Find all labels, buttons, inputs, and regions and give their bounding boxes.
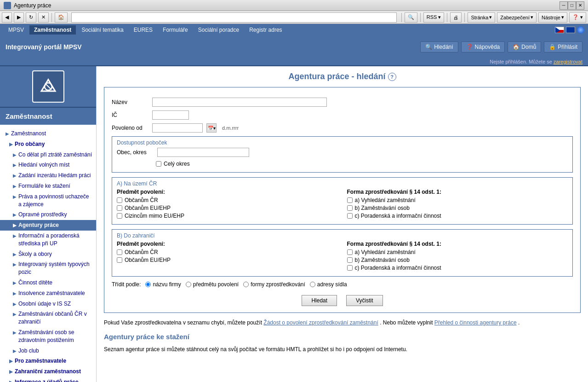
a-f3-checkbox[interactable]: [347, 213, 353, 219]
sidebar-item-label: Zadání inzerátu Hledám práci: [18, 172, 91, 179]
cely-okres-checkbox[interactable]: [156, 161, 161, 167]
page-menu-button[interactable]: Stránka ▾: [468, 12, 495, 23]
sort-predmet-radio[interactable]: [186, 282, 191, 287]
sidebar-item-co-delat[interactable]: ▶ Co dělat při ztrátě zaměstnání: [0, 150, 96, 160]
a-f2-checkbox[interactable]: [347, 205, 353, 211]
sidebar-item-integrovany[interactable]: ▶ Integrovaný systém typových pozic: [0, 259, 96, 278]
sidebar-item-informacni[interactable]: ▶ Informační a poradenská střediska při …: [0, 231, 96, 249]
b-f1-checkbox[interactable]: [347, 249, 353, 255]
sidebar-item-opravne[interactable]: ▶ Opravné prostředky: [0, 209, 96, 220]
back-button[interactable]: ◀: [2, 12, 12, 23]
minimize-button[interactable]: ─: [559, 1, 568, 10]
nazev-input[interactable]: [152, 98, 327, 107]
sidebar-item-formulare[interactable]: ▶ Formuláře ke stažení: [0, 181, 96, 191]
a-ob-eu-checkbox[interactable]: [117, 205, 122, 211]
register-link[interactable]: zaregistrovat: [554, 59, 582, 64]
nav-formulare[interactable]: Formuláře: [158, 25, 193, 35]
b-f3-checkbox[interactable]: [347, 265, 353, 271]
sidebar-item-zahranicni[interactable]: ▶ Zahraniční zaměstnanost: [0, 366, 96, 377]
home-action-button[interactable]: 🏠 Domů: [508, 41, 541, 52]
restore-button[interactable]: □: [568, 1, 576, 10]
sidebar-logo-area: [0, 66, 96, 108]
forward-button[interactable]: ▶: [14, 12, 24, 23]
sidebar-item-pro-zamest[interactable]: ▶ Pro zaměstnavatele: [0, 356, 96, 366]
prehled-link[interactable]: Přehled o činnosti agentury práce: [434, 319, 517, 326]
sidebar-item-osobni-udaje[interactable]: ▶ Osobní údaje v IS SZ: [0, 299, 96, 309]
rss-button[interactable]: RSS ▾: [423, 12, 445, 23]
nav-zamestnanost[interactable]: Zaměstnanost: [29, 25, 76, 35]
address-bar[interactable]: [71, 12, 397, 23]
sidebar-item-hledani[interactable]: ▶ Hledání volných míst: [0, 160, 96, 170]
arrow-icon: ▶: [9, 369, 13, 375]
cely-okres-row: Celý okres: [117, 161, 568, 167]
sidebar-item-zamestnanost[interactable]: ▶ Zaměstnanost: [0, 128, 96, 139]
zadost-link[interactable]: Žádost o povolení zprostředkování zaměst…: [263, 319, 378, 326]
a-ob-cr-checkbox[interactable]: [117, 197, 122, 203]
sidebar-item-cinnost-ditete[interactable]: ▶ Činnost dítěte: [0, 278, 96, 288]
header-bar: Integrovaný portál MPSV 🔍 Hledání ❓ Nápo…: [0, 36, 588, 58]
sidebar-item-zadani[interactable]: ▶ Zadání inzerátu Hledám práci: [0, 170, 96, 181]
flag-english[interactable]: [566, 27, 575, 33]
sidebar-item-insolvence[interactable]: ▶ Insolvence zaměstnavatele: [0, 288, 96, 299]
nav-eures[interactable]: EURES: [129, 25, 157, 35]
login-action-button[interactable]: 🔒 Přihlásit: [544, 41, 582, 52]
help-action-button[interactable]: ❓ Nápověda: [461, 41, 505, 52]
a-f2-label: b) Zaměstnávání osob: [355, 205, 410, 211]
close-button[interactable]: ✕: [576, 1, 584, 10]
sidebar-item-job-club[interactable]: ▶ Job club: [0, 346, 96, 356]
forma-label-a: Forma zprostředkování § 14 odst. 1:: [347, 189, 568, 195]
refresh-button[interactable]: ↻: [26, 12, 36, 23]
sort-forma-radio[interactable]: [243, 282, 249, 287]
print-button[interactable]: 🖨: [450, 12, 462, 23]
help-browser-button[interactable]: ❓ ▾: [569, 12, 586, 23]
dostupnost-fieldset: Dostupnost poboček Obec, okres Celý okre…: [112, 136, 573, 173]
hledat-button[interactable]: Hledat: [302, 295, 337, 306]
sidebar-item-skoly[interactable]: ▶ Školy a obory: [0, 249, 96, 260]
a-ciz-checkbox[interactable]: [117, 213, 122, 219]
nav-socialni-poradce[interactable]: Sociální poradce: [194, 25, 244, 35]
a-ciz-label: Cizincům mimo EU/EHP: [125, 213, 184, 219]
a-f1-checkbox[interactable]: [347, 197, 353, 203]
security-menu-button[interactable]: Zabezpečení ▾: [497, 12, 537, 23]
page-title: Agentura práce - hledání ?: [104, 72, 581, 81]
sidebar-item-label: Zaměstnávání osob se zdravotním postižen…: [18, 329, 92, 344]
sort-nazev-radio[interactable]: [145, 282, 151, 287]
search-browser-button[interactable]: 🔍: [405, 12, 417, 23]
flag-czech[interactable]: [555, 27, 564, 33]
calendar-button[interactable]: 📅▾: [206, 123, 217, 133]
sort-adresa-radio[interactable]: [310, 282, 315, 287]
page-help-icon[interactable]: ?: [388, 73, 396, 81]
home-browser-button[interactable]: 🏠: [55, 12, 68, 23]
search-action-button[interactable]: 🔍 Hledání: [420, 41, 458, 52]
nav-socialni[interactable]: Sociální tematika: [77, 25, 128, 35]
nav-registr[interactable]: Registr adres: [245, 25, 286, 35]
b-ob-cr-row: Občanům ČR: [117, 249, 338, 255]
nav-mpsv[interactable]: MPSV: [4, 25, 29, 35]
sort-forma-label: formy zprostředkování: [251, 281, 305, 288]
sidebar-item-agentury[interactable]: ▶ Agentury práce: [0, 220, 96, 231]
sidebar-item-prava[interactable]: ▶ Práva a povinnosti uchazeče a zájemce: [0, 191, 96, 210]
arrow-icon: ▶: [6, 131, 9, 137]
sidebar-item-label: Insolvence zaměstnavatele: [18, 289, 85, 297]
b-ob-eu-checkbox[interactable]: [117, 257, 122, 263]
b-f2-checkbox[interactable]: [347, 257, 353, 263]
predmet-label-a: Předmět povolení:: [117, 189, 338, 195]
sidebar-nav: ▶ Zaměstnanost ▶ Pro občany ▶ Co dělat p…: [0, 127, 96, 382]
obec-okres-input[interactable]: [157, 148, 249, 157]
sidebar-item-informace[interactable]: ▶ Informace z úřadů práce: [0, 377, 96, 382]
stop-button[interactable]: ✕: [38, 12, 49, 23]
povoleno-od-input[interactable]: [152, 123, 203, 133]
b-f2-label: b) Zaměstnávání osob: [355, 257, 410, 263]
sidebar-item-zamestnani-cr[interactable]: ▶ Zaměstnávání občanů ČR v zahraničí: [0, 309, 96, 327]
a-ob-eu-label: Občanům EU/EHP: [125, 205, 171, 211]
ic-input[interactable]: [152, 110, 189, 120]
ic-row: IČ: [112, 110, 573, 120]
sidebar-item-pro-obcany[interactable]: ▶ Pro občany: [0, 139, 96, 150]
vycistit-button[interactable]: Vyčistit: [346, 295, 383, 306]
flag-globe[interactable]: [577, 26, 584, 34]
b-ob-cr-checkbox[interactable]: [117, 249, 122, 255]
sidebar-item-zdravotni[interactable]: ▶ Zaměstnávání osob se zdravotním postiž…: [0, 327, 96, 346]
tools-menu-button[interactable]: Nástroje ▾: [538, 12, 567, 23]
sidebar-item-label: Zaměstnanost: [11, 130, 46, 138]
sidebar-item-label: Pro zaměstnavatele: [15, 357, 66, 365]
